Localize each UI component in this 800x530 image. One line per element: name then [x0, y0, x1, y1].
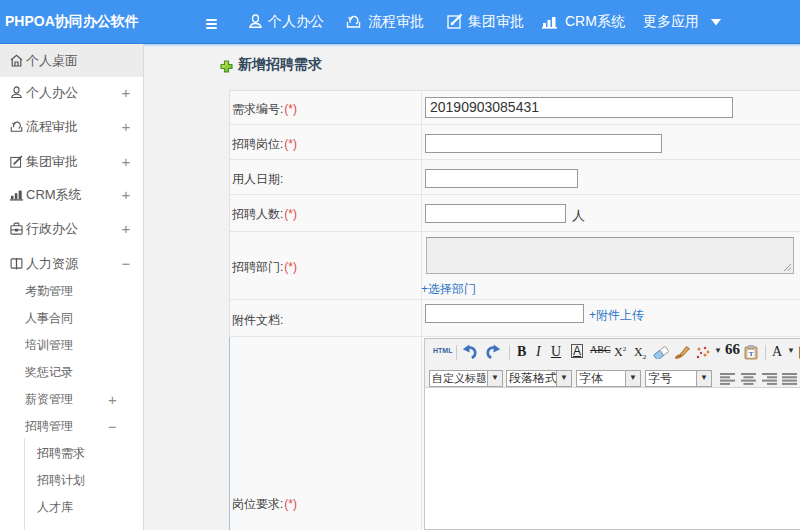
- svg-text:T: T: [749, 350, 754, 358]
